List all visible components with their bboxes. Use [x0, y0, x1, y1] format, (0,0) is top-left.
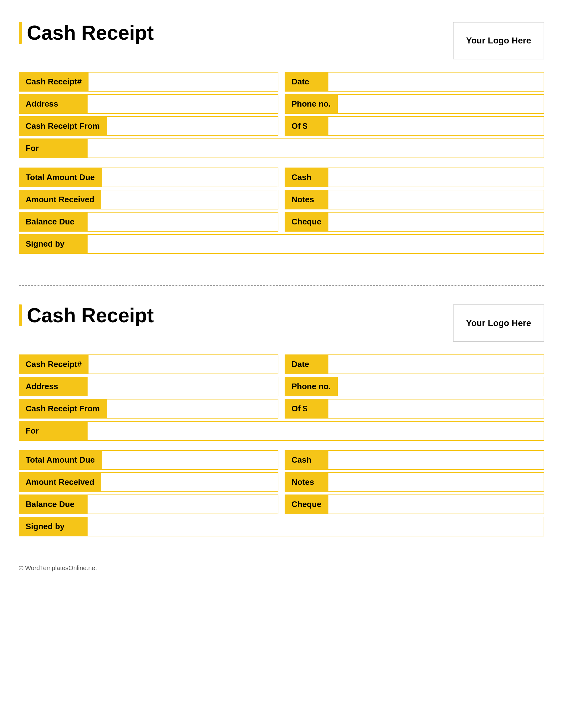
cash-receipt-num-input-1[interactable]	[88, 72, 278, 92]
cell-notes-1: Notes	[285, 190, 544, 209]
date-label-1: Date	[285, 72, 329, 92]
total-label-2: Total Amount Due	[19, 450, 102, 470]
cell-date-2: Date	[285, 354, 544, 374]
title-wrapper-2: Cash Receipt	[19, 304, 153, 326]
balance-input-2[interactable]	[88, 495, 278, 514]
form-row-for-1: For	[19, 138, 544, 158]
form-section-top-1: Cash Receipt# Date Address Phone no.	[19, 72, 544, 158]
cell-from-1: Cash Receipt From	[19, 116, 278, 136]
phone-label-1: Phone no.	[285, 94, 338, 114]
signed-input-2[interactable]	[88, 517, 544, 536]
form-section-bottom-2: Total Amount Due Cash Amount Received No…	[19, 450, 544, 536]
cash-input-2[interactable]	[329, 450, 544, 470]
cash-receipt-num-label-1: Cash Receipt#	[19, 72, 88, 92]
cell-receipt-num-1: Cash Receipt#	[19, 72, 278, 92]
receipt-header-2: Cash Receipt Your Logo Here	[19, 304, 544, 342]
for-input-1[interactable]	[88, 138, 544, 158]
cell-cheque-2: Cheque	[285, 495, 544, 514]
cell-cheque-1: Cheque	[285, 212, 544, 232]
form-row-total-cash-2: Total Amount Due Cash	[19, 450, 544, 470]
cheque-label-2: Cheque	[285, 495, 329, 514]
of-label-1: Of $	[285, 116, 329, 136]
from-input-1[interactable]	[107, 116, 278, 136]
logo-box-2: Your Logo Here	[453, 304, 544, 342]
date-input-1[interactable]	[329, 72, 544, 92]
cell-receipt-num-2: Cash Receipt#	[19, 354, 278, 374]
phone-input-2[interactable]	[338, 377, 544, 396]
address-input-1[interactable]	[88, 94, 278, 114]
form-row-total-cash-1: Total Amount Due Cash	[19, 168, 544, 187]
from-label-1: Cash Receipt From	[19, 116, 107, 136]
cell-phone-1: Phone no.	[285, 94, 544, 114]
cell-balance-1: Balance Due	[19, 212, 278, 232]
cash-input-1[interactable]	[329, 168, 544, 187]
amount-input-1[interactable]	[101, 190, 278, 209]
notes-label-1: Notes	[285, 190, 329, 209]
for-input-2[interactable]	[88, 421, 544, 441]
total-input-2[interactable]	[102, 450, 278, 470]
notes-input-2[interactable]	[329, 472, 544, 492]
cell-balance-2: Balance Due	[19, 495, 278, 514]
cell-cash-2: Cash	[285, 450, 544, 470]
date-input-2[interactable]	[329, 354, 544, 374]
form-row-for-2: For	[19, 421, 544, 441]
cell-total-1: Total Amount Due	[19, 168, 278, 187]
of-label-2: Of $	[285, 399, 329, 419]
cash-receipt-num-input-2[interactable]	[88, 354, 278, 374]
cell-notes-2: Notes	[285, 472, 544, 492]
title-bar-2	[19, 304, 22, 326]
address-input-2[interactable]	[88, 377, 278, 396]
cell-from-2: Cash Receipt From	[19, 399, 278, 419]
cell-date-1: Date	[285, 72, 544, 92]
cash-receipt-num-label-2: Cash Receipt#	[19, 354, 88, 374]
signed-label-2: Signed by	[19, 517, 88, 536]
cheque-input-2[interactable]	[329, 495, 544, 514]
receipt-block-1: Cash Receipt Your Logo Here Cash Receipt…	[19, 13, 544, 276]
notes-label-2: Notes	[285, 472, 329, 492]
for-label-2: For	[19, 421, 88, 441]
cell-of-1: Of $	[285, 116, 544, 136]
cell-address-1: Address	[19, 94, 278, 114]
of-input-1[interactable]	[329, 116, 544, 136]
receipt-title-1: Cash Receipt	[27, 22, 153, 44]
title-bar-1	[19, 22, 22, 44]
signed-input-1[interactable]	[88, 234, 544, 254]
amount-label-1: Amount Received	[19, 190, 101, 209]
date-label-2: Date	[285, 354, 329, 374]
cheque-label-1: Cheque	[285, 212, 329, 232]
cell-total-2: Total Amount Due	[19, 450, 278, 470]
address-label-2: Address	[19, 377, 88, 396]
phone-label-2: Phone no.	[285, 377, 338, 396]
phone-input-1[interactable]	[338, 94, 544, 114]
form-row-address-phone-2: Address Phone no.	[19, 377, 544, 396]
form-row-address-phone-1: Address Phone no.	[19, 94, 544, 114]
title-wrapper-1: Cash Receipt	[19, 22, 153, 44]
logo-box-1: Your Logo Here	[453, 22, 544, 59]
form-row-receipt-date-2: Cash Receipt# Date	[19, 354, 544, 374]
form-row-signed-2: Signed by	[19, 517, 544, 536]
cheque-input-1[interactable]	[329, 212, 544, 232]
signed-label-1: Signed by	[19, 234, 88, 254]
from-label-2: Cash Receipt From	[19, 399, 107, 419]
notes-input-1[interactable]	[329, 190, 544, 209]
cell-amount-2: Amount Received	[19, 472, 278, 492]
cell-cash-1: Cash	[285, 168, 544, 187]
balance-label-1: Balance Due	[19, 212, 88, 232]
form-row-balance-cheque-2: Balance Due Cheque	[19, 495, 544, 514]
balance-input-1[interactable]	[88, 212, 278, 232]
receipt-divider	[19, 285, 544, 286]
balance-label-2: Balance Due	[19, 495, 88, 514]
address-label-1: Address	[19, 94, 88, 114]
of-input-2[interactable]	[329, 399, 544, 419]
total-label-1: Total Amount Due	[19, 168, 102, 187]
form-row-from-of-1: Cash Receipt From Of $	[19, 116, 544, 136]
form-row-signed-1: Signed by	[19, 234, 544, 254]
amount-input-2[interactable]	[101, 472, 278, 492]
total-input-1[interactable]	[102, 168, 278, 187]
cell-phone-2: Phone no.	[285, 377, 544, 396]
from-input-2[interactable]	[107, 399, 278, 419]
form-row-amount-notes-1: Amount Received Notes	[19, 190, 544, 209]
footer-text: © WordTemplatesOnline.net	[19, 565, 544, 572]
form-section-top-2: Cash Receipt# Date Address Phone no.	[19, 354, 544, 441]
form-row-from-of-2: Cash Receipt From Of $	[19, 399, 544, 419]
